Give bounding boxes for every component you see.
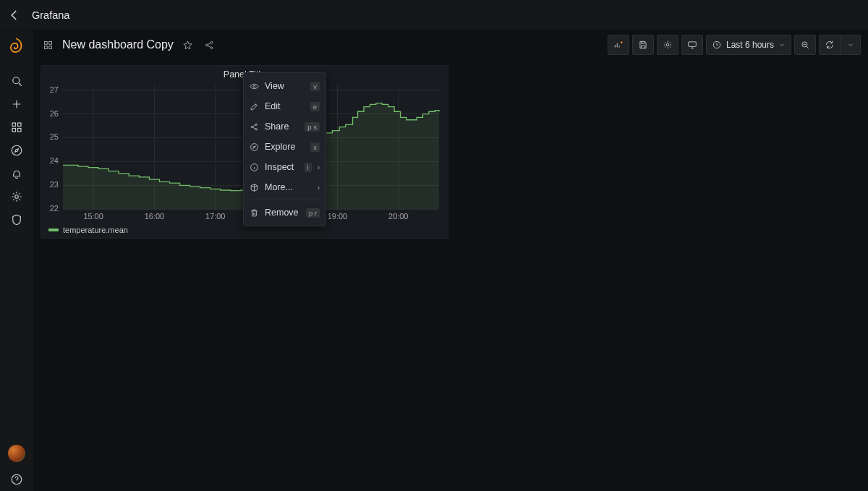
plus-icon — [10, 98, 23, 111]
svg-point-13 — [211, 41, 213, 43]
sidebar — [0, 30, 33, 491]
sidebar-server-admin[interactable] — [0, 208, 33, 231]
dashboard-title[interactable]: New dashboard Copy — [62, 38, 174, 51]
save-dashboard-button[interactable] — [632, 35, 654, 55]
dashboard-settings-button[interactable] — [657, 35, 678, 55]
sidebar-alerting[interactable] — [0, 162, 33, 185]
svg-rect-9 — [48, 41, 51, 44]
svg-point-14 — [211, 46, 213, 48]
svg-rect-10 — [44, 46, 47, 48]
svg-rect-3 — [12, 129, 16, 132]
trash-icon — [250, 208, 259, 218]
refresh-button[interactable] — [819, 35, 841, 55]
svg-rect-1 — [12, 123, 16, 127]
main: New dashboard Copy Last 6 hours Panel Ti… — [33, 30, 868, 491]
menu-remove[interactable]: Remove p r — [244, 202, 326, 223]
svg-point-12 — [206, 44, 208, 46]
dashboard-toolbar: Last 6 hours — [608, 35, 861, 55]
svg-text:16:00: 16:00 — [145, 212, 164, 221]
arrow-left-icon — [8, 9, 21, 22]
eye-icon — [250, 82, 259, 91]
grafana-logo-icon — [7, 37, 26, 56]
svg-text:27: 27 — [50, 85, 59, 94]
svg-text:23: 23 — [50, 180, 59, 189]
info-icon — [250, 163, 259, 172]
svg-rect-8 — [44, 41, 47, 44]
svg-point-43 — [253, 85, 255, 87]
help-icon — [10, 473, 23, 486]
legend-swatch — [48, 229, 59, 231]
star-icon — [182, 40, 193, 51]
monitor-icon — [687, 40, 697, 50]
back-button[interactable] — [7, 8, 22, 22]
menu-explore[interactable]: Explore x — [244, 137, 326, 157]
grafana-logo[interactable] — [7, 36, 27, 56]
svg-text:19:00: 19:00 — [328, 212, 347, 221]
sidebar-configuration[interactable] — [0, 185, 33, 208]
menu-view[interactable]: View v — [244, 76, 326, 96]
sidebar-create[interactable] — [0, 93, 33, 116]
apps-icon — [10, 121, 23, 134]
dashboard-icon — [41, 38, 55, 52]
svg-point-45 — [255, 124, 257, 125]
svg-text:26: 26 — [50, 109, 59, 118]
svg-point-6 — [15, 195, 19, 199]
chevron-down-icon — [847, 41, 854, 48]
svg-rect-16 — [689, 42, 697, 46]
zoom-out-icon — [800, 40, 810, 50]
cube-icon — [250, 183, 259, 192]
save-icon — [638, 40, 648, 50]
sidebar-search[interactable] — [0, 69, 33, 93]
zoom-out-button[interactable] — [794, 35, 816, 55]
chevron-right-icon: › — [318, 184, 320, 192]
svg-text:15:00: 15:00 — [83, 212, 103, 221]
svg-point-47 — [251, 143, 258, 150]
shield-icon — [10, 213, 23, 226]
appbar: Grafana — [0, 0, 868, 30]
edit-icon — [250, 102, 259, 111]
sidebar-explore[interactable] — [0, 139, 33, 162]
svg-text:22: 22 — [50, 204, 59, 213]
gear-icon — [663, 40, 673, 50]
panel-add-icon — [613, 40, 624, 50]
star-dashboard-button[interactable] — [181, 38, 195, 52]
cycle-view-mode-button[interactable] — [681, 35, 703, 55]
gear-icon — [10, 190, 23, 203]
sidebar-help[interactable] — [0, 468, 33, 491]
add-panel-button[interactable] — [608, 35, 629, 55]
menu-more[interactable]: More... › — [244, 177, 326, 197]
svg-point-44 — [251, 126, 252, 127]
compass-icon — [10, 144, 23, 157]
svg-text:20:00: 20:00 — [388, 212, 408, 221]
menu-edit[interactable]: Edit e — [244, 96, 326, 116]
svg-rect-4 — [18, 129, 22, 132]
panel-context-menu: View v Edit e Share p s Explore x Inspec… — [243, 72, 326, 226]
refresh-interval-button[interactable] — [841, 35, 861, 55]
app-title: Grafana — [32, 9, 69, 21]
svg-rect-2 — [18, 123, 22, 127]
user-avatar[interactable] — [8, 445, 25, 462]
chevron-right-icon: › — [318, 163, 320, 171]
share-icon — [204, 40, 215, 51]
time-range-label: Last 6 hours — [726, 40, 774, 50]
svg-text:24: 24 — [50, 156, 59, 165]
dashboard-header: New dashboard Copy Last 6 hours — [33, 30, 868, 59]
bell-icon — [10, 167, 23, 180]
menu-separator — [244, 200, 326, 200]
search-icon — [10, 74, 23, 87]
chevron-down-icon — [778, 41, 786, 48]
menu-share[interactable]: Share p s — [244, 116, 326, 137]
clock-icon — [712, 40, 722, 50]
refresh-icon — [825, 40, 835, 50]
svg-text:25: 25 — [50, 132, 59, 141]
svg-point-5 — [12, 145, 22, 155]
svg-text:17:00: 17:00 — [205, 212, 225, 221]
time-range-picker[interactable]: Last 6 hours — [706, 35, 791, 55]
sidebar-dashboards[interactable] — [0, 116, 33, 139]
svg-point-46 — [255, 128, 257, 129]
svg-point-15 — [666, 43, 669, 46]
share-dashboard-button[interactable] — [203, 38, 217, 52]
menu-inspect[interactable]: Inspect i › — [244, 157, 326, 177]
share-icon — [250, 122, 259, 132]
svg-point-0 — [13, 77, 20, 84]
